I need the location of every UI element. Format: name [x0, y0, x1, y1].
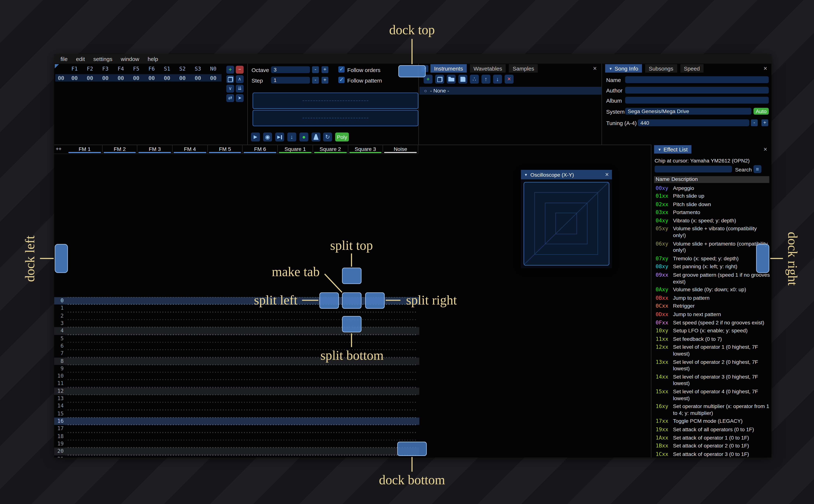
orders-cell[interactable]: 00 [67, 75, 82, 81]
pattern-row-cells[interactable] [66, 365, 417, 372]
pattern-row[interactable]: 15 [54, 410, 420, 418]
order-edit-mode-button[interactable]: ➤ [236, 94, 244, 102]
instrument-move-down-button[interactable]: ↓ [493, 75, 502, 84]
pattern-row-cells[interactable] [66, 327, 417, 335]
pattern-row-cells[interactable] [66, 440, 417, 448]
instrument-organize-button[interactable]: ∴ [470, 75, 479, 84]
pattern-row[interactable]: 1 [54, 305, 420, 312]
pattern-row-cells[interactable] [66, 410, 417, 418]
pattern-row[interactable]: 4 [54, 327, 420, 335]
effect-row[interactable]: 0Bxx Jump to pattern [654, 294, 770, 302]
pattern-row-cells[interactable] [66, 380, 417, 387]
song-info-close-icon[interactable]: × [764, 65, 767, 71]
menu-item[interactable]: help [143, 54, 162, 64]
effect-row[interactable]: 19xx Set attack of all operators (0 to 1… [654, 426, 770, 434]
pattern-channel-header[interactable]: FM 4 [172, 145, 207, 154]
system-field[interactable]: Sega Genesis/Mega Drive [625, 108, 751, 115]
order-duplicate-button[interactable] [226, 75, 234, 83]
dock-target-right[interactable] [756, 244, 769, 273]
order-change-mode-button[interactable]: ⇄ [226, 94, 234, 102]
instruments-tab[interactable]: Instruments [431, 64, 467, 73]
pattern-row-cells[interactable] [66, 448, 417, 455]
pattern-row-cells[interactable] [66, 425, 417, 433]
instruments-close-icon[interactable]: × [593, 65, 597, 71]
pattern-row-cells[interactable] [66, 320, 417, 327]
order-move-down-button[interactable]: ∨ [226, 85, 234, 93]
pattern-channel-header[interactable]: FM 1 [67, 145, 102, 154]
order-duplicate-end-button[interactable]: ⇊ [236, 85, 244, 93]
step-decrease-button[interactable]: - [312, 77, 319, 84]
tuning-field[interactable]: 440 [638, 119, 749, 126]
effect-row[interactable]: 1Bxx Set attack of operator 2 (0 to 1F) [654, 442, 770, 450]
effect-row[interactable]: 08xy Set panning (x: left; y: right) [654, 263, 770, 271]
poly-toggle-button[interactable]: Poly [335, 132, 349, 141]
follow-orders-checkbox[interactable]: ✓ [338, 66, 345, 73]
instruments-tab[interactable]: Wavetables [470, 64, 506, 73]
effect-row[interactable]: 0Cxx Retrigger [654, 302, 770, 311]
octave-input[interactable]: 3 [271, 66, 310, 73]
pattern-channel-header[interactable]: FM 6 [243, 145, 278, 154]
instrument-duplicate-button[interactable] [435, 75, 444, 84]
orders-cell[interactable]: 00 [113, 75, 128, 81]
author-field[interactable] [625, 87, 769, 94]
make-tab-target-center[interactable] [342, 292, 361, 309]
pattern-row[interactable]: 16 [54, 418, 420, 425]
split-target-right[interactable] [365, 292, 385, 309]
dock-target-left[interactable] [55, 244, 68, 273]
order-add-button[interactable]: + [226, 66, 234, 74]
pattern-row[interactable]: 20 [54, 448, 420, 455]
effect-list-menu-button[interactable]: ≡ [754, 165, 761, 173]
pattern-row[interactable]: 0 [54, 297, 420, 305]
effect-row[interactable]: 01xx Pitch slide up [654, 192, 770, 201]
effect-list-tab[interactable]: ▼ Effect List [654, 145, 691, 154]
step-input[interactable]: 1 [271, 77, 310, 84]
orders-cell[interactable]: 00 [175, 75, 190, 81]
effect-row[interactable]: 13xx Set level of operator 2 (0 highest,… [654, 358, 770, 373]
tuning-decrease-button[interactable]: - [751, 119, 758, 126]
pattern-row-cells[interactable] [66, 403, 417, 410]
effect-row[interactable]: 1Axx Set attack of operator 1 (0 to 1F) [654, 434, 770, 442]
pattern-channel-header[interactable]: Noise [383, 145, 418, 154]
song-info-tab[interactable]: ▼Speed [680, 64, 704, 73]
pattern-row-cells[interactable] [66, 297, 417, 305]
pattern-row[interactable]: 10 [54, 372, 420, 380]
effect-row[interactable]: 06xy Volume slide + portamento (compatib… [654, 240, 770, 255]
effect-row[interactable]: 04xy Vibrato (x: speed; y: depth) [654, 217, 770, 225]
orders-cell[interactable]: 00 [205, 75, 221, 81]
orders-cell[interactable]: 00 [159, 75, 175, 81]
effect-row[interactable]: 14xx Set level of operator 3 (0 highest,… [654, 373, 770, 388]
pattern-row[interactable]: 2 [54, 312, 420, 320]
play-pattern-button[interactable]: ◉ [263, 132, 272, 141]
orders-cell[interactable]: 00 [82, 75, 98, 81]
pattern-row[interactable]: 9 [54, 365, 420, 372]
effect-row[interactable]: 07xy Tremolo (x: speed; y: depth) [654, 255, 770, 263]
effect-row[interactable]: 05xy Volume slide + vibrato (compatibili… [654, 225, 770, 240]
instrument-save-button[interactable] [458, 75, 467, 84]
system-auto-button[interactable]: Auto [754, 108, 769, 115]
effect-search-input[interactable] [655, 166, 732, 172]
split-target-left[interactable] [319, 292, 339, 309]
pattern-row[interactable]: 19 [54, 440, 420, 448]
step-increase-button[interactable]: + [321, 77, 328, 84]
pattern-channel-header[interactable]: Square 1 [278, 145, 313, 154]
metronome-button[interactable] [311, 132, 320, 141]
pattern-row[interactable]: 18 [54, 433, 420, 440]
octave-decrease-button[interactable]: - [312, 66, 319, 73]
effect-row[interactable]: 09xx Set groove pattern (speed 1 if no g… [654, 271, 770, 286]
record-button[interactable]: ● [299, 132, 308, 141]
pattern-row[interactable]: 11 [54, 380, 420, 387]
orders-corner-tab-icon[interactable] [55, 64, 59, 68]
effect-row[interactable]: 00xy Arpeggio [654, 184, 770, 192]
split-target-top[interactable] [342, 268, 361, 284]
pattern-expand-button[interactable]: ++ [54, 145, 67, 154]
orders-cell[interactable]: 00 [128, 75, 144, 81]
instrument-list-item-none[interactable]: ○ - None - [420, 87, 602, 95]
song-info-tab[interactable]: ▼Song Info [605, 64, 642, 73]
pattern-row[interactable]: 5 [54, 335, 420, 342]
effect-list-close-icon[interactable]: × [764, 146, 767, 153]
album-field[interactable] [625, 97, 769, 104]
menu-item[interactable]: edit [72, 54, 89, 64]
pattern-channel-header[interactable]: Square 2 [313, 145, 348, 154]
orders-cell[interactable]: 00 [190, 75, 206, 81]
repeat-pattern-button[interactable]: ↻ [323, 132, 332, 141]
